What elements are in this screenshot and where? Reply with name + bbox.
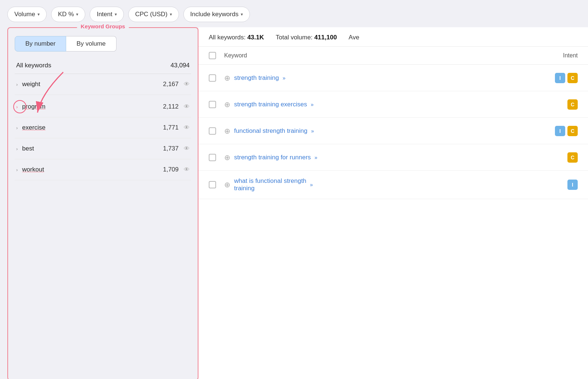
row-checkbox-col	[209, 154, 224, 161]
keyword-link[interactable]: strength training exercises	[234, 101, 307, 108]
expand-icon[interactable]: »	[315, 155, 318, 160]
stats-kw-label: All keywords: 43.1K	[209, 34, 264, 41]
group-count-weight: 2,167	[163, 81, 179, 88]
row-checkbox[interactable]	[209, 154, 216, 161]
eye-icon[interactable]: 👁	[184, 145, 190, 152]
left-panel-inner: By number By volume All keywords 43,094 …	[8, 28, 198, 365]
keyword-groups-list: All keywords 43,094 › weight 2,167 👁 › p…	[8, 57, 198, 180]
tab-by-volume[interactable]: By volume	[66, 36, 116, 52]
row-keyword-col: ⊕ strength training for runners »	[224, 153, 519, 162]
header-intent-col: Intent	[519, 52, 578, 59]
row-keyword-col: ⊕ functional strength training »	[224, 127, 519, 135]
cpc-filter[interactable]: CPC (USD) ▾	[128, 7, 179, 22]
row-intent-col: C	[519, 99, 578, 110]
volume-filter[interactable]: Volume ▾	[7, 7, 47, 22]
intent-filter[interactable]: Intent ▾	[90, 7, 124, 22]
badge-commercial: C	[567, 99, 578, 110]
list-item[interactable]: › best 1,737 👁	[15, 138, 191, 159]
eye-icon[interactable]: 👁	[184, 103, 190, 110]
kd-filter[interactable]: KD % ▾	[51, 7, 85, 22]
row-intent-col: I C	[519, 73, 578, 83]
kd-filter-label: KD %	[58, 11, 74, 18]
include-keywords-filter[interactable]: Include keywords ▾	[183, 7, 250, 22]
table-row: ⊕ what is functional strengthtraining » …	[198, 171, 588, 199]
keywords-table: ⊕ strength training » I C ⊕ strength tra…	[198, 65, 588, 199]
include-keywords-label: Include keywords	[190, 11, 239, 18]
keyword-groups-panel: Keyword Groups By number By volume All k…	[7, 27, 198, 379]
all-keywords-count: 43,094	[171, 62, 190, 69]
cpc-filter-label: CPC (USD)	[135, 11, 168, 18]
row-intent-col: I	[519, 180, 578, 190]
add-to-group-icon[interactable]: ⊕	[224, 100, 230, 109]
expand-icon[interactable]: »	[311, 128, 314, 134]
stats-vol-label: Total volume: 411,100	[276, 34, 337, 41]
badge-informational: I	[567, 180, 578, 190]
row-checkbox-col	[209, 74, 224, 82]
row-checkbox[interactable]	[209, 181, 216, 188]
keyword-link[interactable]: strength training for runners	[234, 154, 311, 161]
table-row: ⊕ strength training » I C	[198, 65, 588, 91]
chevron-down-icon: ▾	[37, 12, 40, 17]
eye-icon[interactable]: 👁	[184, 81, 190, 88]
chevron-right-icon: ›	[16, 146, 18, 152]
group-count-exercise: 1,771	[163, 124, 179, 131]
all-keywords-row[interactable]: All keywords 43,094	[15, 57, 191, 74]
row-checkbox[interactable]	[209, 127, 216, 135]
chevron-right-icon: ›	[16, 125, 18, 131]
row-checkbox-col	[209, 181, 224, 188]
chevron-right-icon: ›	[16, 167, 18, 173]
table-row: ⊕ functional strength training » I C	[198, 118, 588, 144]
stats-header: All keywords: 43.1K Total volume: 411,10…	[198, 27, 588, 47]
badge-commercial: C	[567, 73, 578, 83]
group-count-workout: 1,709	[163, 166, 179, 173]
expand-icon[interactable]: »	[283, 75, 286, 81]
row-checkbox[interactable]	[209, 101, 216, 108]
table-row: ⊕ strength training exercises » C	[198, 91, 588, 118]
badge-commercial: C	[567, 126, 578, 136]
header-keyword-col: Keyword	[224, 52, 519, 59]
keyword-link[interactable]: strength training	[234, 74, 279, 82]
stats-kw-value: 43.1K	[247, 34, 264, 41]
select-all-checkbox[interactable]	[209, 52, 216, 59]
eye-icon[interactable]: 👁	[184, 166, 190, 173]
row-checkbox-col	[209, 127, 224, 135]
badge-commercial: C	[567, 152, 578, 163]
stats-ave-label: Ave	[349, 34, 359, 41]
row-checkbox[interactable]	[209, 74, 216, 82]
list-item[interactable]: › exercise 1,771 👁	[15, 117, 191, 138]
row-keyword-col: ⊕ what is functional strengthtraining »	[224, 177, 519, 192]
chevron-down-icon: ▾	[76, 12, 78, 17]
chevron-down-icon: ▾	[241, 12, 243, 17]
row-keyword-col: ⊕ strength training »	[224, 74, 519, 82]
expand-icon[interactable]: »	[311, 102, 313, 107]
list-item[interactable]: › workout 1,709 👁	[15, 159, 191, 180]
add-to-group-icon[interactable]: ⊕	[224, 74, 230, 82]
add-to-group-icon[interactable]: ⊕	[224, 180, 230, 189]
row-intent-col: I C	[519, 126, 578, 136]
badge-informational: I	[555, 126, 565, 136]
keyword-link[interactable]: functional strength training	[234, 127, 307, 135]
badge-informational: I	[555, 73, 565, 83]
list-item[interactable]: › weight 2,167 👁	[15, 74, 191, 95]
main-layout: Keyword Groups By number By volume All k…	[0, 27, 588, 379]
row-keyword-col: ⊕ strength training exercises »	[224, 100, 519, 109]
chevron-down-icon: ▾	[115, 12, 117, 17]
eye-icon[interactable]: 👁	[184, 124, 190, 131]
list-item[interactable]: › program 2,112 👁	[15, 96, 191, 117]
tab-by-number[interactable]: By number	[15, 36, 66, 52]
group-name-weight: weight	[22, 81, 163, 88]
intent-filter-label: Intent	[97, 11, 112, 18]
group-count-best: 1,737	[163, 145, 179, 152]
keyword-groups-tabs: By number By volume	[15, 36, 191, 52]
keyword-link[interactable]: what is functional strengthtraining	[234, 177, 306, 192]
volume-filter-label: Volume	[14, 11, 35, 18]
row-checkbox-col	[209, 101, 224, 108]
add-to-group-icon[interactable]: ⊕	[224, 153, 230, 162]
expand-icon[interactable]: »	[310, 182, 313, 188]
group-name-program: program	[22, 103, 163, 110]
group-name-workout: workout	[22, 166, 163, 173]
chevron-right-icon: ›	[16, 104, 18, 110]
stats-vol-value: 411,100	[314, 34, 337, 41]
add-to-group-icon[interactable]: ⊕	[224, 127, 230, 135]
header-checkbox-col	[209, 52, 224, 59]
